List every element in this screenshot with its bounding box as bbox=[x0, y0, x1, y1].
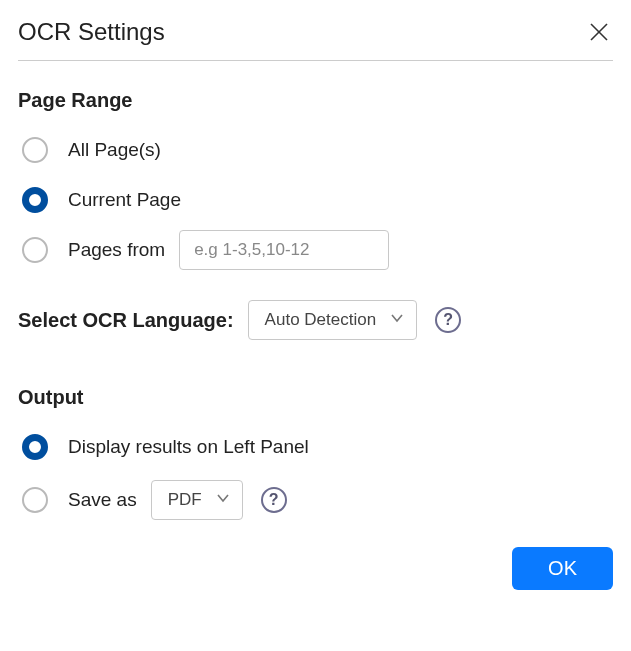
save-as-format-value: PDF bbox=[168, 490, 202, 510]
ocr-settings-dialog: OCR Settings Page Range All Page(s) Curr… bbox=[0, 0, 631, 608]
language-row: Select OCR Language: Auto Detection ? bbox=[18, 300, 613, 340]
radio-label-save-as: Save as bbox=[68, 489, 137, 511]
save-as-help-button[interactable]: ? bbox=[261, 487, 287, 513]
save-as-format-select[interactable]: PDF bbox=[151, 480, 243, 520]
language-selected-value: Auto Detection bbox=[265, 310, 377, 330]
radio-label-all-pages: All Page(s) bbox=[68, 139, 161, 161]
chevron-down-icon bbox=[216, 490, 230, 510]
output-heading: Output bbox=[18, 386, 613, 409]
radio-pages-from[interactable] bbox=[22, 237, 48, 263]
radio-display-results[interactable] bbox=[22, 434, 48, 460]
pages-from-input[interactable] bbox=[179, 230, 389, 270]
radio-label-display-results: Display results on Left Panel bbox=[68, 436, 309, 458]
dialog-footer: OK bbox=[18, 547, 613, 590]
radio-save-as[interactable] bbox=[22, 487, 48, 513]
radio-row-pages-from: Pages from bbox=[22, 230, 613, 270]
radio-row-all-pages: All Page(s) bbox=[22, 130, 613, 170]
help-icon: ? bbox=[443, 311, 453, 329]
language-help-button[interactable]: ? bbox=[435, 307, 461, 333]
radio-row-save-as: Save as PDF ? bbox=[22, 477, 613, 523]
radio-row-current-page: Current Page bbox=[22, 180, 613, 220]
language-label: Select OCR Language: bbox=[18, 309, 234, 332]
help-icon: ? bbox=[269, 491, 279, 509]
ok-button[interactable]: OK bbox=[512, 547, 613, 590]
dialog-header: OCR Settings bbox=[18, 18, 613, 61]
radio-current-page[interactable] bbox=[22, 187, 48, 213]
close-button[interactable] bbox=[585, 18, 613, 46]
page-range-heading: Page Range bbox=[18, 89, 613, 112]
chevron-down-icon bbox=[390, 310, 404, 330]
radio-label-current-page: Current Page bbox=[68, 189, 181, 211]
radio-row-display-results: Display results on Left Panel bbox=[22, 427, 613, 467]
radio-label-pages-from: Pages from bbox=[68, 239, 165, 261]
dialog-title: OCR Settings bbox=[18, 18, 165, 46]
close-icon bbox=[589, 22, 609, 42]
radio-all-pages[interactable] bbox=[22, 137, 48, 163]
language-select[interactable]: Auto Detection bbox=[248, 300, 418, 340]
